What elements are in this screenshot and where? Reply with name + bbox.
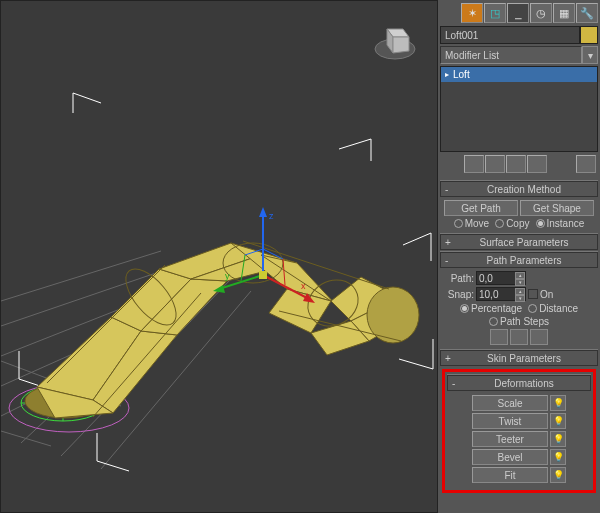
fit-deform-button[interactable]: Fit: [472, 467, 548, 483]
tab-hierarchy-icon[interactable]: ⎯: [507, 3, 529, 23]
tab-create-icon[interactable]: ✶: [461, 3, 483, 23]
fit-toggle-icon[interactable]: 💡: [550, 467, 566, 483]
scene: z x y: [1, 1, 439, 513]
rollout-path-params: - Path Parameters Path: ▴▾ Snap: ▴▾ On: [440, 251, 598, 348]
tab-modify-icon[interactable]: ◳: [484, 3, 506, 23]
twist-toggle-icon[interactable]: 💡: [550, 413, 566, 429]
rollout-head-skin[interactable]: + Skin Parameters: [440, 350, 598, 366]
modifier-list-dropdown[interactable]: Modifier List: [440, 46, 582, 64]
command-panel-tabs: ✶ ◳ ⎯ ◷ ▦ 🔧: [440, 2, 598, 24]
expand-icon: +: [445, 237, 455, 248]
modifier-stack[interactable]: Loft: [440, 66, 598, 152]
rollout-creation-method: - Creation Method Get Path Get Shape Mov…: [440, 180, 598, 232]
rollout-head-surface[interactable]: + Surface Parameters: [440, 234, 598, 250]
bevel-toggle-icon[interactable]: 💡: [550, 449, 566, 465]
stack-item-label: Loft: [453, 69, 470, 80]
teeter-toggle-icon[interactable]: 💡: [550, 431, 566, 447]
expand-icon: +: [445, 353, 455, 364]
rollout-title: Skin Parameters: [455, 353, 593, 364]
highlight-annotation: - Deformations Scale 💡 Twist 💡 Teeter 💡 …: [442, 369, 596, 493]
svg-text:z: z: [269, 211, 274, 221]
prev-shape-icon[interactable]: [510, 329, 528, 345]
svg-marker-42: [259, 207, 267, 217]
tab-motion-icon[interactable]: ◷: [530, 3, 552, 23]
rollout-surface-params: + Surface Parameters: [440, 233, 598, 250]
snap-value[interactable]: [477, 288, 515, 300]
object-name-field[interactable]: [440, 26, 580, 44]
path-label: Path:: [444, 273, 474, 284]
scale-deform-button[interactable]: Scale: [472, 395, 548, 411]
collapse-icon: -: [452, 378, 462, 389]
tab-utilities-icon[interactable]: 🔧: [576, 3, 598, 23]
radio-percentage[interactable]: Percentage: [460, 303, 522, 314]
svg-text:y: y: [225, 271, 230, 281]
rollout-skin-params: + Skin Parameters: [440, 349, 598, 366]
snap-spinner[interactable]: ▴▾: [476, 287, 526, 301]
viewport[interactable]: z x y: [0, 0, 438, 513]
radio-distance[interactable]: Distance: [528, 303, 578, 314]
radio-path-steps[interactable]: Path Steps: [489, 316, 549, 327]
make-unique-icon[interactable]: [506, 155, 526, 173]
teeter-deform-button[interactable]: Teeter: [472, 431, 548, 447]
dropdown-arrow-icon[interactable]: ▾: [582, 46, 598, 64]
tab-display-icon[interactable]: ▦: [553, 3, 575, 23]
bevel-deform-button[interactable]: Bevel: [472, 449, 548, 465]
configure-sets-icon[interactable]: [576, 155, 596, 173]
svg-marker-3: [393, 37, 409, 53]
rollout-title: Surface Parameters: [455, 237, 593, 248]
show-end-result-icon[interactable]: [485, 155, 505, 173]
collapse-icon: -: [445, 184, 455, 195]
object-color-swatch[interactable]: [580, 26, 598, 44]
stack-toolbar: [440, 154, 598, 174]
radio-move[interactable]: Move: [454, 218, 489, 229]
rollout-title: Deformations: [462, 378, 586, 389]
rollout-title: Path Parameters: [455, 255, 593, 266]
radio-copy[interactable]: Copy: [495, 218, 529, 229]
svg-text:x: x: [301, 281, 306, 291]
get-shape-button[interactable]: Get Shape: [520, 200, 594, 216]
twist-deform-button[interactable]: Twist: [472, 413, 548, 429]
rollout-head-creation[interactable]: - Creation Method: [440, 181, 598, 197]
remove-modifier-icon[interactable]: [527, 155, 547, 173]
on-label: On: [540, 289, 553, 300]
collapse-icon: -: [445, 255, 455, 266]
radio-instance[interactable]: Instance: [536, 218, 585, 229]
rollout-head-deformations[interactable]: - Deformations: [447, 375, 591, 391]
viewcube[interactable]: [373, 19, 417, 63]
on-checkbox[interactable]: [528, 289, 538, 299]
rollout-deformations: - Deformations Scale 💡 Twist 💡 Teeter 💡 …: [447, 374, 591, 487]
svg-rect-50: [259, 271, 267, 279]
rollout-title: Creation Method: [455, 184, 593, 195]
scale-toggle-icon[interactable]: 💡: [550, 395, 566, 411]
snap-label: Snap:: [444, 289, 474, 300]
rollout-head-path[interactable]: - Path Parameters: [440, 252, 598, 268]
next-shape-icon[interactable]: [530, 329, 548, 345]
command-panel: ✶ ◳ ⎯ ◷ ▦ 🔧 Modifier List ▾ Loft - Creat…: [438, 0, 600, 513]
pick-path-icon[interactable]: [490, 329, 508, 345]
pin-stack-icon[interactable]: [464, 155, 484, 173]
modifier-list-label: Modifier List: [445, 50, 499, 61]
get-path-button[interactable]: Get Path: [444, 200, 518, 216]
svg-line-13: [1, 431, 51, 446]
stack-item-loft[interactable]: Loft: [441, 67, 597, 82]
path-value[interactable]: [477, 272, 515, 284]
path-spinner[interactable]: ▴▾: [476, 271, 526, 285]
